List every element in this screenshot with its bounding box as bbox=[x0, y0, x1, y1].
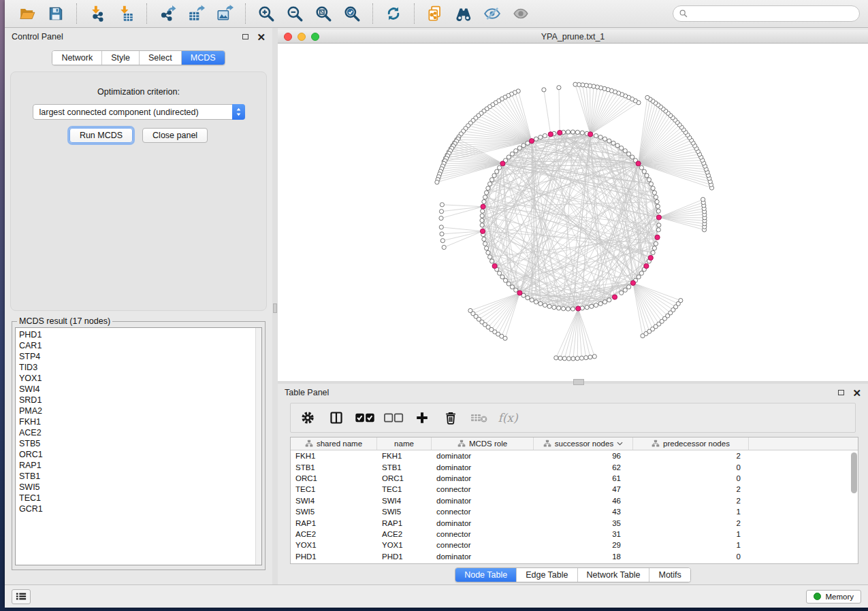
column-header-filler bbox=[749, 437, 858, 450]
horizontal-splitter-handle[interactable] bbox=[573, 379, 584, 385]
mcds-result-list[interactable]: PHD1CAR1STP4TID3YOX1SWI4SRD1PMA2FKH1ACE2… bbox=[15, 327, 262, 565]
export-table-icon[interactable] bbox=[185, 3, 207, 24]
mcds-result-scrollbar[interactable] bbox=[255, 328, 261, 565]
column-header-shared-name[interactable]: shared name bbox=[291, 437, 377, 450]
tab-select[interactable]: Select bbox=[139, 51, 181, 65]
cell-mcds-role: connector bbox=[432, 541, 534, 549]
table-row[interactable]: ACE2ACE2connector311 bbox=[291, 529, 858, 540]
column-header-name[interactable]: name bbox=[377, 437, 432, 450]
cell-name: STB1 bbox=[377, 463, 432, 472]
memory-status-icon bbox=[814, 593, 821, 600]
export-network-icon[interactable] bbox=[157, 3, 178, 24]
search-box[interactable] bbox=[673, 5, 860, 22]
mcds-result-items: PHD1CAR1STP4TID3YOX1SWI4SRD1PMA2FKH1ACE2… bbox=[19, 329, 261, 514]
table-row[interactable]: SWI5SWI5connector431 bbox=[291, 506, 858, 517]
toggle-columns-icon[interactable] bbox=[325, 407, 348, 429]
mcds-tab-content: Optimization criterion: largest connecte… bbox=[10, 71, 267, 311]
table-row[interactable]: FKH1FKH1dominator962 bbox=[291, 450, 858, 461]
import-network-icon[interactable] bbox=[86, 3, 108, 24]
control-panel-header: Control Panel ✕ bbox=[5, 28, 272, 46]
tab-mcds[interactable]: MCDS bbox=[181, 51, 225, 65]
column-header-successor-nodes[interactable]: successor nodes bbox=[534, 437, 633, 450]
deselect-all-rows-icon[interactable] bbox=[382, 407, 405, 429]
zoom-out-icon[interactable] bbox=[284, 3, 306, 24]
table-row[interactable]: ORC1ORC1dominator610 bbox=[291, 473, 858, 484]
network-canvas[interactable] bbox=[278, 44, 868, 381]
delete-rows-icon[interactable] bbox=[439, 407, 462, 429]
export-image-icon[interactable] bbox=[214, 3, 236, 24]
vertical-splitter-handle[interactable] bbox=[273, 303, 277, 313]
cell-shared-name: PHD1 bbox=[291, 552, 377, 561]
tab-network[interactable]: Network bbox=[52, 51, 101, 65]
find-icon[interactable] bbox=[453, 3, 475, 24]
optimization-criterion-select[interactable]: largest connected component (undirected) bbox=[33, 104, 245, 120]
list-item[interactable]: SRD1 bbox=[19, 395, 261, 406]
clone-network-icon[interactable] bbox=[424, 3, 446, 24]
tab-edge-table[interactable]: Edge Table bbox=[516, 568, 577, 582]
show-graphics-details-icon bbox=[510, 3, 532, 24]
network-graph[interactable] bbox=[278, 44, 868, 381]
list-item[interactable]: STP4 bbox=[19, 351, 261, 362]
save-session-icon[interactable] bbox=[45, 3, 67, 24]
node-table[interactable]: shared namenameMCDS rolesuccessor nodesp… bbox=[290, 437, 858, 564]
cell-name: ACE2 bbox=[377, 530, 432, 538]
list-icon bbox=[16, 592, 27, 601]
task-history-button[interactable] bbox=[12, 589, 31, 604]
search-input[interactable] bbox=[692, 9, 854, 18]
hide-graphics-details-icon[interactable] bbox=[481, 3, 503, 24]
table-settings-icon[interactable] bbox=[296, 407, 319, 429]
open-file-icon[interactable] bbox=[16, 3, 38, 24]
list-item[interactable]: YOX1 bbox=[19, 373, 261, 384]
list-item[interactable]: CAR1 bbox=[19, 340, 261, 351]
select-all-rows-icon[interactable] bbox=[353, 407, 376, 429]
list-item[interactable]: ORC1 bbox=[19, 449, 261, 460]
table-row[interactable]: PHD1PHD1dominator180 bbox=[291, 551, 858, 562]
close-panel-icon[interactable]: ✕ bbox=[257, 32, 266, 42]
tab-style[interactable]: Style bbox=[101, 51, 139, 65]
list-item[interactable]: PMA2 bbox=[19, 406, 261, 416]
table-row[interactable]: SWI4SWI4dominator462 bbox=[291, 495, 858, 506]
float-table-panel-icon[interactable] bbox=[838, 390, 844, 395]
cell-successor-nodes: 46 bbox=[534, 497, 633, 505]
import-table-icon[interactable] bbox=[115, 3, 137, 24]
list-item[interactable]: SWI4 bbox=[19, 384, 261, 395]
run-mcds-button[interactable]: Run MCDS bbox=[69, 128, 133, 143]
list-item[interactable]: ACE2 bbox=[19, 427, 261, 438]
horizontal-splitter[interactable] bbox=[278, 381, 868, 384]
refresh-layout-icon[interactable] bbox=[383, 3, 404, 24]
zoom-selected-icon[interactable] bbox=[341, 3, 363, 24]
zoom-fit-icon[interactable] bbox=[312, 3, 334, 24]
list-item[interactable]: STB5 bbox=[19, 438, 261, 449]
list-item[interactable]: TEC1 bbox=[19, 493, 261, 503]
list-item[interactable]: TID3 bbox=[19, 362, 261, 373]
toolbar-separator bbox=[372, 3, 373, 24]
list-item[interactable]: PHD1 bbox=[19, 329, 261, 340]
table-row[interactable]: YOX1YOX1connector291 bbox=[291, 540, 858, 550]
mcds-result-fieldset: MCDS result (17 nodes) PHD1CAR1STP4TID3Y… bbox=[12, 316, 266, 570]
cell-successor-nodes: 47 bbox=[534, 485, 633, 493]
zoom-in-icon[interactable] bbox=[255, 3, 277, 24]
tab-network-table[interactable]: Network Table bbox=[577, 568, 649, 582]
control-panel: Control Panel ✕ NetworkStyleSelectMCDS O… bbox=[5, 28, 272, 584]
list-item[interactable]: FKH1 bbox=[19, 416, 261, 427]
memory-button[interactable]: Memory bbox=[806, 590, 861, 604]
column-header-mcds-role[interactable]: MCDS role bbox=[432, 437, 534, 450]
list-item[interactable]: SWI5 bbox=[19, 482, 261, 493]
tab-node-table[interactable]: Node Table bbox=[455, 568, 516, 582]
select-stepper-icon bbox=[232, 104, 245, 120]
list-item[interactable]: RAP1 bbox=[19, 460, 261, 471]
close-table-panel-icon[interactable]: ✕ bbox=[852, 388, 861, 398]
list-item[interactable]: STB1 bbox=[19, 471, 261, 482]
column-header-predecessor-nodes[interactable]: predecessor nodes bbox=[633, 437, 749, 450]
float-panel-icon[interactable] bbox=[242, 34, 248, 39]
table-scrollbar[interactable] bbox=[851, 452, 857, 493]
add-row-icon[interactable] bbox=[411, 407, 434, 429]
tab-motifs[interactable]: Motifs bbox=[649, 568, 690, 582]
vertical-splitter[interactable] bbox=[272, 28, 278, 584]
table-row[interactable]: TEC1TEC1connector472 bbox=[291, 484, 858, 495]
column-label: shared name bbox=[317, 440, 362, 448]
close-panel-button[interactable]: Close panel bbox=[142, 128, 208, 143]
table-row[interactable]: RAP1RAP1dominator352 bbox=[291, 517, 858, 528]
table-row[interactable]: STB1STB1dominator620 bbox=[291, 461, 858, 472]
list-item[interactable]: GCR1 bbox=[19, 503, 261, 514]
